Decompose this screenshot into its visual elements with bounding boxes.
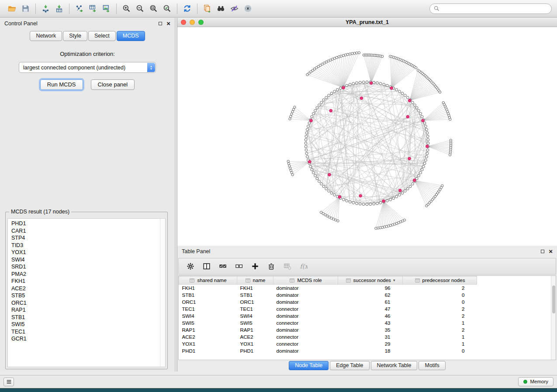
result-item[interactable]: TEC1 [11,328,162,336]
table-scrollbar[interactable] [551,276,556,360]
result-item[interactable]: SRD1 [11,263,162,271]
zoom-fit-button[interactable] [147,2,160,15]
tab-network[interactable]: Network [30,31,62,41]
table-cell[interactable]: dominator [273,285,338,292]
table-cell[interactable]: 61 [338,299,403,306]
zoom-in-button[interactable] [120,2,133,15]
table-cell[interactable]: 0 [403,347,477,354]
column-header-name[interactable]: name [237,276,273,285]
table-cell[interactable]: SWI4 [237,313,273,320]
tab-select[interactable]: Select [88,31,116,41]
table-cell[interactable]: 2 [403,327,477,334]
close-panel-button[interactable]: Close panel [91,79,135,90]
table-cell[interactable]: dominator [273,292,338,299]
table-cell[interactable]: 2 [403,306,477,313]
column-header-successor-nodes[interactable]: successor nodes▾ [338,276,403,285]
table-cell[interactable]: STB1 [179,292,237,299]
result-item[interactable]: SWI4 [11,256,162,264]
table-cell[interactable]: 2 [403,313,477,320]
hide-eye-button[interactable] [228,2,241,15]
table-cell[interactable]: dominator [273,313,338,320]
tab-edge-table[interactable]: Edge Table [330,361,369,370]
save-button[interactable] [19,2,32,15]
table-cell[interactable]: 0 [403,292,477,299]
export-img-button[interactable] [100,2,113,15]
result-item[interactable]: STB5 [11,292,162,299]
table-cell[interactable]: SWI5 [237,320,273,327]
table-cell[interactable]: connector [273,334,338,340]
table-row[interactable]: SWI5SWI5connector431 [179,320,552,327]
table-cell[interactable]: 43 [338,320,403,327]
close-table-panel-icon[interactable]: × [549,249,553,254]
search-box[interactable] [429,3,552,14]
copy-button[interactable] [201,2,214,15]
close-panel-icon[interactable]: × [166,21,170,26]
table-cell[interactable]: TEC1 [179,306,237,313]
table-cell[interactable]: 29 [338,340,403,347]
optimization-criterion-select[interactable]: largest connected component (undirected)… [19,62,156,73]
table-cell[interactable]: PHD1 [179,347,237,354]
table-row[interactable]: PHD1PHD1dominator180 [179,347,552,354]
table-scrollbar-thumb[interactable] [552,285,555,313]
zoom-out-button[interactable] [133,2,147,15]
table-cell[interactable]: connector [273,306,338,313]
unselect-all-button[interactable] [232,260,246,272]
table-row[interactable]: STB1STB1dominator620 [179,292,552,299]
table-cell[interactable]: 62 [338,292,403,299]
table-cell[interactable]: dominator [273,327,338,334]
result-item[interactable]: FKH1 [11,278,162,285]
delete-button[interactable] [265,260,278,272]
result-item[interactable]: YOX1 [11,249,162,256]
result-item[interactable]: ACE2 [11,285,162,292]
table-row[interactable]: YOX1YOX1connector291 [179,340,552,347]
result-item[interactable]: CAR1 [11,227,162,235]
table-cell[interactable]: SWI5 [179,320,237,327]
column-header-shared-name[interactable]: shared name [179,276,237,285]
gear-button[interactable] [184,260,197,272]
result-scrollbar[interactable] [160,219,165,367]
table-cell[interactable]: dominator [273,347,338,354]
tab-mcds[interactable]: MCDS [117,31,145,41]
table-row[interactable]: FKH1FKH1dominator962 [179,285,552,292]
columns-button[interactable] [200,260,213,272]
float-table-panel-icon[interactable] [541,250,544,253]
import-net-button[interactable] [39,2,52,15]
table-cell[interactable]: 0 [403,299,477,306]
result-item[interactable]: PHD1 [11,220,162,227]
eye-button[interactable] [241,2,255,15]
tab-style[interactable]: Style [63,31,87,41]
search-input[interactable] [442,6,547,12]
table-cell[interactable]: 1 [403,334,477,340]
table-row[interactable]: SWI4SWI4dominator462 [179,313,552,320]
table-cell[interactable]: YOX1 [237,340,273,347]
run-mcds-button[interactable]: Run MCDS [40,79,83,90]
result-item[interactable]: SWI5 [11,321,162,328]
mcds-result-list[interactable]: PHD1CAR1STP4TID3YOX1SWI4SRD1PMA2FKH1ACE2… [7,218,166,367]
binoculars-button[interactable] [214,2,228,15]
zoom-sel-button[interactable] [160,2,174,15]
export-net-button[interactable] [73,2,86,15]
table-cell[interactable]: 31 [338,334,403,340]
table-cell[interactable]: dominator [273,299,338,306]
float-panel-icon[interactable] [159,22,162,25]
table-row[interactable]: ACE2ACE2connector311 [179,334,552,340]
table-cell[interactable]: TEC1 [237,306,273,313]
table-cell[interactable]: RAP1 [237,327,273,334]
refresh-button[interactable] [180,2,194,15]
table-cell[interactable]: connector [273,340,338,347]
import-table-button[interactable] [52,2,66,15]
column-header-predecessor-nodes[interactable]: predecessor nodes [403,276,477,285]
table-cell[interactable]: ORC1 [179,299,237,306]
table-cell[interactable]: 18 [338,347,403,354]
result-item[interactable]: STP4 [11,234,162,242]
select-all-button[interactable] [216,260,229,272]
tab-network-table[interactable]: Network Table [371,361,418,370]
add-button[interactable] [249,260,262,272]
table-cell[interactable]: STB1 [237,292,273,299]
table-cell[interactable]: RAP1 [179,327,237,334]
export-table-button[interactable] [86,2,100,15]
table-cell[interactable]: YOX1 [179,340,237,347]
table-cell[interactable]: 1 [403,340,477,347]
tab-motifs[interactable]: Motifs [419,361,445,370]
table-row[interactable]: TEC1TEC1connector472 [179,306,552,313]
